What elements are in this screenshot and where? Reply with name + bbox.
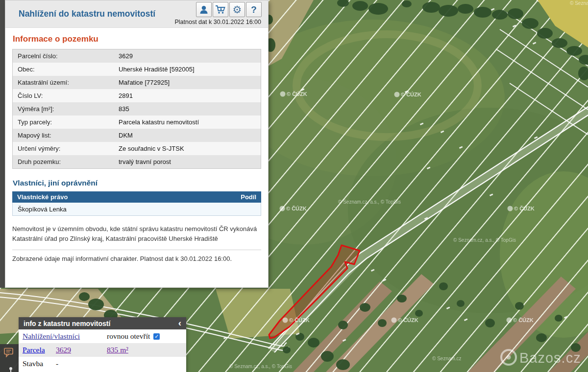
- row-value: 2891: [119, 92, 133, 99]
- table-row: Katastrální území:Mařatice [772925]: [13, 76, 261, 89]
- user-button[interactable]: [196, 2, 212, 17]
- jurisdiction-notice: Nemovitost je v územním obvodu, kde stát…: [12, 224, 261, 243]
- svg-text:© Seznam.cz, a.s., © TopGis: © Seznam.cz, a.s., © TopGis: [229, 364, 292, 369]
- svg-text:© Seznam.cz: © Seznam.cz: [432, 356, 462, 361]
- owner-row: Škopíková Lenka: [12, 203, 261, 216]
- table-row: Určení výměry:Ze souřadnic v S-JTSK: [13, 142, 261, 155]
- cart-button[interactable]: [213, 2, 228, 17]
- row-value: DKM: [119, 132, 133, 139]
- table-row: Obec:Uherské Hradiště [592005]: [13, 63, 261, 76]
- informative-notice: Zobrazené údaje mají informativní charak…: [12, 255, 261, 262]
- row-label: Číslo LV:: [13, 92, 119, 99]
- panel-body: Informace o pozemku Parcelní číslo:3629 …: [5, 28, 268, 262]
- owners-table: Vlastnické právo Podíl Škopíková Lenka: [12, 191, 261, 216]
- row-value: trvalý travní porost: [119, 158, 171, 165]
- help-button[interactable]: ?: [246, 2, 262, 17]
- svg-text:© ČÚZK: © ČÚZK: [289, 317, 310, 323]
- table-row: Výměra [m²]:835: [13, 102, 261, 116]
- data-validity-text: Platnost dat k 30.01.2022 16:00: [174, 19, 261, 25]
- building-value: -: [56, 359, 107, 368]
- popup-header: info z katastru nemovitostí ‹: [19, 317, 186, 329]
- chat-icon[interactable]: [3, 347, 14, 358]
- svg-text:© ČÚZK: © ČÚZK: [398, 317, 418, 323]
- collapse-chevron-icon[interactable]: ‹: [178, 318, 181, 327]
- cart-icon: [215, 5, 226, 15]
- svg-text:© ČÚZK: © ČÚZK: [401, 92, 421, 97]
- table-row: Druh pozemku:trvalý travní porost: [13, 155, 261, 168]
- gear-icon: ⚙: [233, 4, 242, 15]
- open-directly-checkbox[interactable]: ✓: [153, 333, 160, 340]
- svg-text:© Seznam.cz: © Seznam.cz: [570, 0, 588, 6]
- row-label: Typ parcely:: [13, 118, 119, 126]
- divider: [12, 250, 261, 250]
- svg-text:© ČÚZK: © ČÚZK: [287, 91, 307, 97]
- header-toolbar: ⚙ ?: [196, 2, 262, 17]
- parcel-link[interactable]: Parcela: [23, 346, 45, 354]
- marker-icon[interactable]: [8, 367, 14, 372]
- row-value: Ze souřadnic v S-JTSK: [119, 145, 184, 152]
- popup-title: info z katastru nemovitostí: [24, 320, 110, 327]
- table-row: Mapový list:DKM: [13, 129, 261, 142]
- row-label: Obec:: [13, 66, 119, 73]
- parcel-number-link[interactable]: 3629: [56, 346, 71, 354]
- row-value: Uherské Hradiště [592005]: [119, 66, 195, 73]
- panel-header: Nahlížení do katastru nemovitostí ⚙: [5, 0, 268, 28]
- svg-text:© ČÚZK: © ČÚZK: [514, 206, 535, 211]
- owners-section-title: Vlastníci, jiní oprávnění: [13, 179, 261, 187]
- table-row: Typ parcely:Parcela katastru nemovitostí: [13, 116, 261, 129]
- window-edge-strip: [0, 0, 5, 288]
- svg-text:© ČÚZK: © ČÚZK: [286, 206, 307, 211]
- row-label: Výměra [m²]:: [13, 105, 119, 113]
- popup-row-owners: Nahlížení/vlastníci rovnou otevřít ✓: [19, 329, 186, 343]
- help-icon: ?: [251, 5, 257, 14]
- open-directly-label: rovnou otevřít: [107, 332, 150, 341]
- row-label: Katastrální území:: [13, 79, 119, 86]
- svg-text:© Seznam.cz, a.s., © TopGis: © Seznam.cz, a.s., © TopGis: [338, 199, 401, 205]
- row-value: 835: [119, 105, 129, 113]
- row-value: Mařatice [772925]: [119, 79, 170, 86]
- cadastre-info-popup: info z katastru nemovitostí ‹ Nahlížení/…: [19, 317, 186, 372]
- table-row: Parcelní číslo:3629: [13, 49, 261, 63]
- parcel-info-table: Parcelní číslo:3629 Obec:Uherské Hradišt…: [12, 49, 261, 169]
- row-label: Druh pozemku:: [13, 158, 119, 165]
- parcel-area-link[interactable]: 835 m²: [107, 346, 128, 354]
- row-value: 3629: [119, 52, 133, 60]
- popup-row-building: Stavba -: [19, 357, 186, 371]
- app-title: Nahlížení do katastru nemovitostí: [19, 9, 155, 19]
- popup-row-parcel: Parcela 3629 835 m²: [19, 343, 186, 357]
- map-side-toolbar: [0, 344, 19, 372]
- settings-button[interactable]: ⚙: [229, 2, 245, 17]
- svg-text:Bazos.cz: Bazos.cz: [519, 350, 581, 366]
- row-label: Parcelní číslo:: [13, 52, 119, 60]
- cadastre-panel: Nahlížení do katastru nemovitostí ⚙: [5, 0, 269, 288]
- building-label: Stavba: [23, 359, 56, 368]
- owners-col-right-label: Vlastnické právo: [17, 193, 68, 201]
- section-title-parcel-info: Informace o pozemku: [13, 34, 261, 44]
- owners-table-header: Vlastnické právo Podíl: [12, 191, 261, 203]
- row-label: Mapový list:: [13, 132, 119, 139]
- svg-text:© ČÚZK: © ČÚZK: [513, 317, 534, 323]
- row-label: Určení výměry:: [13, 145, 119, 152]
- owners-col-share-label: Podíl: [241, 193, 256, 201]
- owner-name: Škopíková Lenka: [18, 206, 67, 213]
- row-value: Parcela katastru nemovitostí: [119, 118, 199, 126]
- table-row: Číslo LV:2891: [13, 89, 261, 102]
- owners-link[interactable]: Nahlížení/vlastníci: [23, 332, 107, 341]
- svg-text:© Seznam.cz, a.s., © TopGis: © Seznam.cz, a.s., © TopGis: [453, 237, 516, 243]
- user-icon: [199, 5, 209, 15]
